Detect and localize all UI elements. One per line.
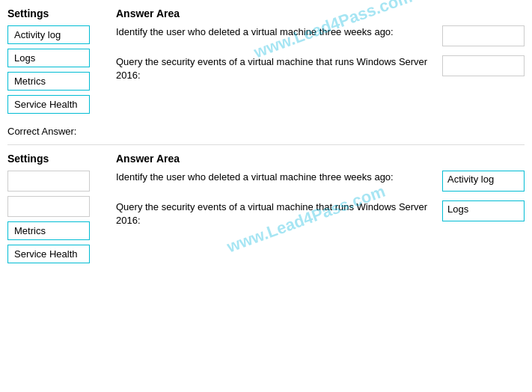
settings-item-activity-log[interactable]: Activity log	[7, 25, 90, 44]
answer-row-4: Query the security events of a virtual m…	[116, 200, 525, 227]
answer-row-2: Query the security events of a virtual m…	[116, 55, 525, 82]
answer-row-3: Identify the user who deleted a virtual …	[116, 171, 525, 192]
settings-title-1: Settings	[7, 7, 116, 19]
answer-title-1: Answer Area	[116, 7, 525, 19]
settings-item-metrics[interactable]: Metrics	[7, 72, 90, 91]
settings-item-logs[interactable]: Logs	[7, 49, 90, 67]
settings-item-empty-2	[7, 196, 90, 217]
answer-title-2: Answer Area	[116, 153, 525, 165]
answer-box-3[interactable]: Activity log	[442, 171, 525, 192]
divider	[7, 144, 525, 145]
correct-answer-label: Correct Answer:	[7, 126, 525, 137]
answer-box-2[interactable]	[442, 55, 525, 76]
answer-section: Settings Metrics Service Health Answer A…	[7, 153, 525, 268]
settings-column-2: Settings Metrics Service Health	[7, 153, 116, 268]
settings-item-empty-1	[7, 171, 90, 192]
question-2: Query the security events of a virtual m…	[116, 55, 435, 82]
settings-item-metrics-2[interactable]: Metrics	[7, 221, 90, 240]
settings-item-service-health[interactable]: Service Health	[7, 95, 90, 114]
question-4: Query the security events of a virtual m…	[116, 200, 435, 227]
answer-area-1: Answer Area Identify the user who delete…	[116, 7, 525, 91]
answer-box-4[interactable]: Logs	[442, 200, 525, 221]
settings-column-1: Settings Activity log Logs Metrics Servi…	[7, 7, 116, 118]
question-section: Settings Activity log Logs Metrics Servi…	[7, 7, 525, 118]
answer-area-2: Answer Area Identify the user who delete…	[116, 153, 525, 236]
settings-item-service-health-2[interactable]: Service Health	[7, 245, 90, 263]
question-1: Identify the user who deleted a virtual …	[116, 25, 435, 39]
question-3: Identify the user who deleted a virtual …	[116, 171, 435, 184]
settings-title-2: Settings	[7, 153, 116, 165]
answer-row-1: Identify the user who deleted a virtual …	[116, 25, 525, 46]
answer-box-1[interactable]	[442, 25, 525, 46]
